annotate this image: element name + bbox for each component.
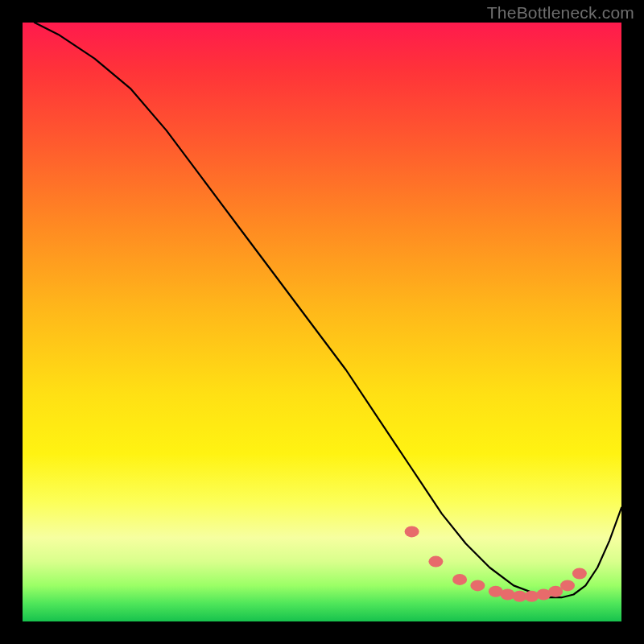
highlight-dot [452, 574, 467, 585]
highlight-dot [405, 526, 419, 537]
optimal-region-dots [405, 526, 587, 601]
bottleneck-curve [35, 23, 621, 597]
watermark-label: TheBottleneck.com [487, 3, 634, 23]
highlight-dot [524, 591, 539, 602]
curve-layer [23, 23, 621, 621]
highlight-dot [572, 568, 587, 580]
highlight-dot [470, 580, 485, 591]
chart-frame: TheBottleneck.com [0, 0, 644, 644]
highlight-dot [501, 589, 515, 601]
plot-area [23, 23, 621, 621]
highlight-dot [560, 580, 575, 591]
highlight-dot [428, 556, 443, 568]
highlight-dot [548, 586, 563, 597]
